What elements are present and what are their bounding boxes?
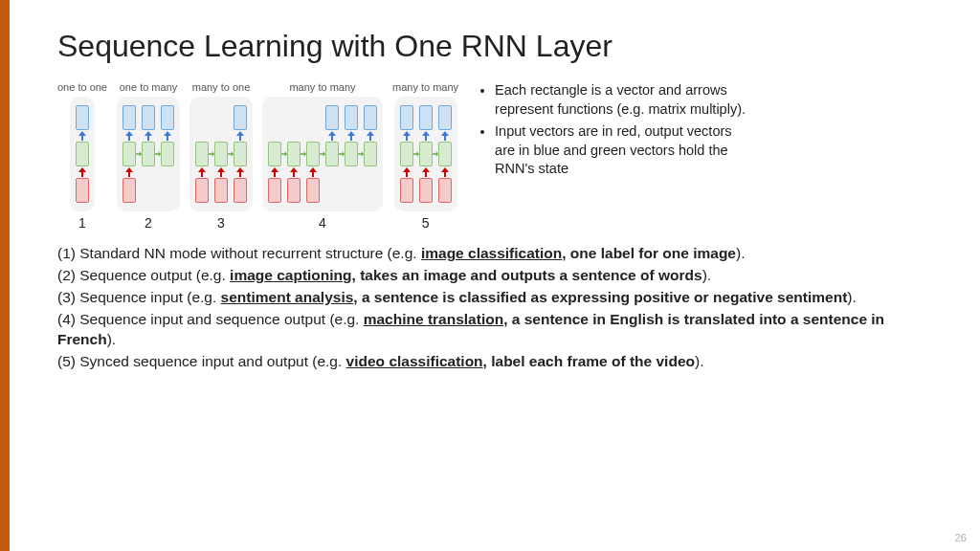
- output-vector: [419, 105, 433, 130]
- diagram-label: many to one: [192, 81, 251, 93]
- output-vector: [76, 105, 89, 130]
- state-vector: [438, 142, 452, 166]
- arrow-up-icon: [195, 167, 209, 177]
- link-video-classification: video classification: [346, 353, 483, 369]
- arrow-up-icon: [122, 131, 136, 141]
- diagram-one-to-one: one to one 1: [57, 81, 107, 231]
- diagram-many-to-one: many to one: [189, 81, 253, 231]
- input-vector: [214, 178, 228, 203]
- arrow-placeholder: [268, 131, 281, 141]
- output-vector: [142, 105, 155, 130]
- arrow-up-icon: [419, 131, 433, 141]
- arrow-placeholder: [161, 167, 174, 177]
- output-vector: [122, 105, 136, 130]
- input-vector: [438, 178, 452, 203]
- arrow-right-icon: [413, 142, 419, 166]
- input-vector: [400, 178, 413, 203]
- input-vector: [76, 178, 89, 203]
- state-vector: [268, 142, 281, 166]
- output-vector: [400, 105, 413, 130]
- diagram-box: [189, 97, 253, 211]
- body-line-2: (2) Sequence output (e.g. image captioni…: [57, 266, 942, 286]
- state-vector: [419, 142, 433, 166]
- arrow-placeholder: [364, 167, 377, 177]
- diagram-number: 5: [422, 215, 430, 231]
- empty-cell: [142, 178, 155, 203]
- input-vector: [122, 178, 136, 203]
- empty-cell: [214, 105, 228, 130]
- diagram-many-to-many-synced: many to many: [392, 81, 458, 231]
- arrow-up-icon: [234, 167, 247, 177]
- state-vector: [364, 142, 377, 166]
- empty-cell: [345, 178, 358, 203]
- input-vector: [234, 178, 247, 203]
- input-vector: [287, 178, 301, 203]
- page-number: 26: [955, 532, 967, 543]
- arrow-up-icon: [142, 131, 155, 141]
- diagram-label: one to one: [57, 81, 107, 93]
- state-vector: [161, 142, 174, 166]
- arrow-up-icon: [306, 167, 320, 177]
- body-line-1: (1) Standard NN mode without recurrent s…: [57, 244, 942, 264]
- side-note-item: Each rectangle is a vector and arrows re…: [495, 81, 746, 119]
- input-vector: [268, 178, 281, 203]
- diagram-one-to-many: one to many: [117, 81, 180, 231]
- empty-cell: [161, 178, 174, 203]
- arrow-up-icon: [161, 131, 174, 141]
- output-vector: [234, 105, 247, 130]
- diagram-number: 2: [145, 215, 152, 231]
- link-machine-translation: machine translation: [364, 311, 503, 327]
- arrow-placeholder: [325, 167, 339, 177]
- output-vector: [345, 105, 358, 130]
- output-vector: [438, 105, 452, 130]
- state-vector: [76, 142, 89, 166]
- empty-cell: [268, 105, 281, 130]
- diagram-many-to-many-shifted: many to many: [262, 81, 383, 231]
- state-vector: [214, 142, 228, 166]
- empty-cell: [306, 105, 320, 130]
- arrow-up-icon: [287, 167, 301, 177]
- link-sentiment-analysis: sentiment analysis: [221, 289, 354, 305]
- arrow-right-icon: [433, 142, 438, 166]
- diagram-number: 3: [217, 215, 225, 231]
- arrow-up-icon: [325, 131, 339, 141]
- arrow-up-icon: [438, 131, 452, 141]
- arrow-up-icon: [268, 167, 281, 177]
- diagram-label: many to many: [289, 81, 355, 93]
- diagram-box: [117, 97, 180, 211]
- state-vector: [345, 142, 358, 166]
- arrow-up-icon: [419, 167, 433, 177]
- side-note-item: Input vectors are in red, output vectors…: [495, 122, 746, 179]
- state-vector: [234, 142, 247, 166]
- output-vector: [325, 105, 339, 130]
- body-line-4: (4) Sequence input and sequence output (…: [57, 310, 942, 350]
- arrow-placeholder: [306, 131, 320, 141]
- diagram-number: 1: [78, 215, 86, 231]
- output-vector: [161, 105, 174, 130]
- body-line-5: (5) Synced sequence input and output (e.…: [57, 352, 942, 372]
- diagram-label: many to many: [392, 81, 458, 93]
- diagram-label: one to many: [120, 81, 178, 93]
- arrow-up-icon: [364, 131, 377, 141]
- arrow-up-icon: [76, 167, 89, 177]
- diagram-box: [262, 97, 383, 211]
- arrow-up-icon: [214, 167, 228, 177]
- side-notes: Each rectangle is a vector and arrows re…: [478, 81, 746, 183]
- diagram-number: 4: [319, 215, 326, 231]
- input-vector: [419, 178, 433, 203]
- arrow-placeholder: [195, 131, 209, 141]
- state-vector: [400, 142, 413, 166]
- arrow-up-icon: [400, 167, 413, 177]
- arrow-up-icon: [438, 167, 452, 177]
- slide-content: Sequence Learning with One RNN Layer one…: [0, 0, 980, 372]
- link-image-captioning: image captioning: [230, 267, 351, 283]
- diagram-box: [70, 97, 95, 211]
- arrow-up-icon: [122, 167, 136, 177]
- diagram-row: one to one 1 one to many: [57, 81, 458, 231]
- body-line-3: (3) Sequence input (e.g. sentiment analy…: [57, 288, 942, 308]
- empty-cell: [287, 105, 301, 130]
- arrow-up-icon: [345, 131, 358, 141]
- arrow-placeholder: [142, 167, 155, 177]
- state-vector: [122, 142, 136, 166]
- input-vector: [195, 178, 209, 203]
